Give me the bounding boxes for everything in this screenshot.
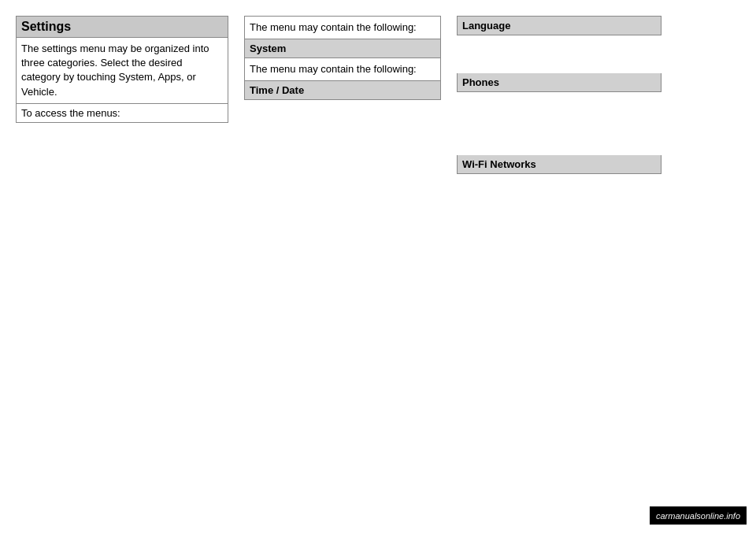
column-middle: The menu may contain the following: Syst…	[244, 16, 449, 518]
access-menus-label: To access the menus:	[16, 104, 228, 123]
system-body-text: The menu may contain the following:	[244, 58, 441, 81]
watermark-text: carmanualsonline.info	[656, 511, 740, 521]
spacer-2	[457, 48, 662, 61]
settings-body-text: The settings menu may be organized into …	[16, 38, 228, 104]
column-left: Settings The settings menu may be organi…	[16, 16, 236, 518]
spacer-5	[457, 105, 662, 117]
system-heading: System	[244, 39, 441, 58]
settings-heading: Settings	[16, 16, 228, 38]
phones-label: Phones	[457, 73, 662, 92]
wifi-networks-label: Wi-Fi Networks	[457, 155, 662, 174]
intro-text: The menu may contain the following:	[244, 16, 441, 39]
spacer-8	[457, 143, 662, 155]
column-right: Language Phones Wi-Fi Networks	[457, 16, 662, 518]
spacer-3	[457, 61, 662, 73]
language-label: Language	[457, 16, 662, 35]
watermark: carmanualsonline.info	[650, 506, 747, 525]
spacer-1	[457, 35, 662, 48]
spacer-4	[457, 92, 662, 105]
spacer-6	[457, 117, 662, 130]
time-date-label: Time / Date	[244, 81, 441, 100]
spacer-7	[457, 130, 662, 143]
